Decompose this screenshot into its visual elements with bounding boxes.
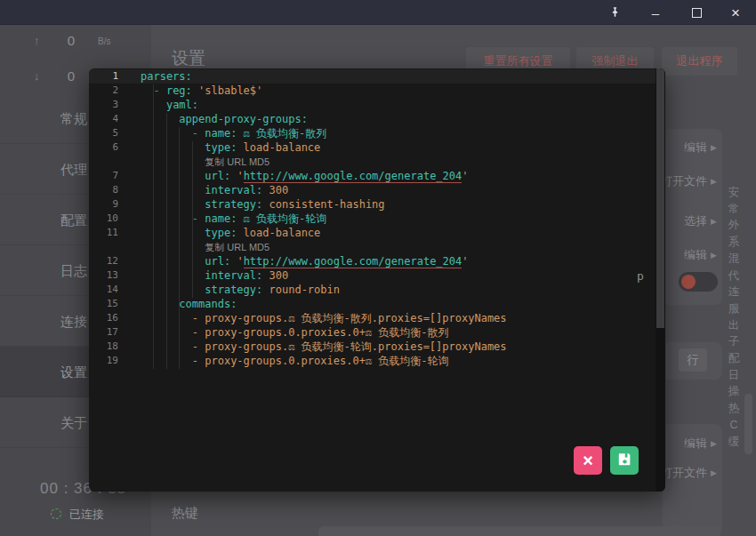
line-content: url: 'http://www.google.com/generate_204… [141,169,469,183]
connection-status: 已连接 [0,506,151,524]
chevron-right-icon: ▶ [711,439,717,448]
edit-action[interactable]: 编辑▶ [684,436,717,450]
line-number: 6 [89,140,118,155]
line-content: commands: [141,297,237,311]
open-file-action[interactable]: 打开文件▶ [661,465,717,479]
line-number: 12 [89,254,118,268]
code-editor[interactable]: 1parsers:2 - reg: 'slbable$'3 yaml:4 app… [89,69,665,368]
titlebar: – × [0,0,756,25]
line-number: 7 [89,169,118,183]
download-speed-value: 0 [53,68,75,84]
line-content: - proxy-groups.0.proxies.0+⚖ 负载均衡-散列 [141,325,449,340]
stray-char: p [637,269,644,283]
line-content: - reg: 'slbable$' [141,84,262,98]
code-line[interactable]: 6 type: load-balance [89,140,665,155]
settings-card: 行 [663,342,722,380]
line-number: 2 [89,84,118,98]
line-number: 15 [89,297,118,311]
clipped-description-column: 安常 外系 混代 连服 出子 配日 操热 C缓 [723,184,744,450]
line-content: - proxy-groups.0.proxies.0+⚖ 负载均衡-轮询 [141,354,449,368]
line-content: 复制 URL MD5 [141,155,269,169]
upload-speed: ↑ 0 B/s [0,33,151,49]
line-content: url: 'http://www.google.com/generate_204… [141,254,469,268]
run-button[interactable]: 行 [679,348,707,372]
close-window-button[interactable]: × [726,4,745,21]
line-number: 1 [89,69,118,84]
code-line[interactable]: 9 strategy: consistent-hashing [89,197,665,212]
line-content: parsers: [141,69,192,84]
chevron-right-icon: ▶ [711,468,717,477]
pin-icon[interactable] [605,4,624,21]
save-button[interactable] [610,446,639,475]
chevron-right-icon: ▶ [711,251,717,260]
line-content: strategy: round-robin [141,283,340,297]
page-scrollbar-thumb[interactable] [744,394,752,454]
cancel-button[interactable]: × [574,446,602,475]
toggle-knob [681,275,696,289]
line-content: - proxy-groups.⚖ 负载均衡-轮询.proxies=[]proxy… [141,340,507,354]
exit-program-button[interactable]: 退出程序 [662,47,737,76]
code-line[interactable]: 15 commands: [89,297,665,311]
chevron-right-icon: ▶ [711,177,717,186]
code-line[interactable]: 8 interval: 300 [89,183,665,197]
code-line[interactable]: 14 strategy: round-robin [89,283,665,297]
line-number: 10 [89,212,118,226]
code-line[interactable]: 18 - proxy-groups.⚖ 负载均衡-轮询.proxies=[]pr… [89,340,665,354]
settings-card: 编辑▶ 打开文件▶ [663,424,722,536]
code-widget-row[interactable]: 复制 URL MD5 [89,240,665,254]
code-line[interactable]: 4 append-proxy-groups: [89,112,665,126]
edit-action[interactable]: 编辑▶ [684,247,717,261]
hotkey-panel [318,526,720,536]
upload-speed-value: 0 [53,33,75,48]
code-line[interactable]: 2 - reg: 'slbable$' [89,84,665,98]
code-line[interactable]: 1parsers: [89,69,655,84]
code-line[interactable]: 10 - name: ⚖ 负载均衡-轮询 [89,212,665,226]
chevron-right-icon: ▶ [711,143,717,152]
status-label: 已连接 [69,507,104,523]
line-number: 5 [89,126,118,140]
close-icon: × [583,451,593,471]
editor-scrollbar[interactable] [655,68,665,492]
down-arrow-icon: ↓ [34,69,40,83]
code-line[interactable]: 16 - proxy-groups.⚖ 负载均衡-散列.proxies=[]pr… [89,311,665,325]
line-number: 9 [89,197,118,212]
line-number: 19 [89,354,118,368]
hotkey-section-title: 热键 [172,505,198,522]
select-action[interactable]: 选择▶ [684,213,717,228]
line-content: strategy: consistent-hashing [141,197,385,212]
line-content: interval: 300 [141,183,288,197]
floppy-disk-icon [617,452,632,470]
edit-action[interactable]: 编辑▶ [684,140,717,154]
page-title: 设置 [172,47,205,70]
code-line[interactable]: 12 url: 'http://www.google.com/generate_… [89,254,665,268]
line-number: 16 [89,311,118,325]
line-content: yaml: [141,98,198,112]
line-number: 8 [89,183,118,197]
editor-scrollbar-thumb[interactable] [656,68,664,328]
code-line[interactable]: 3 yaml: [89,98,665,112]
code-line[interactable]: 17 - proxy-groups.0.proxies.0+⚖ 负载均衡-散列 [89,325,665,340]
code-line[interactable]: 19 - proxy-groups.0.proxies.0+⚖ 负载均衡-轮询 [89,354,665,368]
line-content: - proxy-groups.⚖ 负载均衡-散列.proxies=[]proxy… [141,311,507,325]
maximize-icon [692,8,702,18]
maximize-button[interactable] [687,4,706,21]
chevron-right-icon: ▶ [711,217,717,226]
line-content: - name: ⚖ 负载均衡-轮询 [141,212,326,226]
line-number: 14 [89,283,118,297]
open-file-action[interactable]: 打开文件▶ [661,173,717,188]
parser-editor-modal: 1parsers:2 - reg: 'slbable$'3 yaml:4 app… [89,68,665,492]
code-line[interactable]: 7 url: 'http://www.google.com/generate_2… [89,169,665,183]
code-line[interactable]: 13 interval: 300 [89,268,665,283]
line-content: type: load-balance [141,140,320,155]
status-dot-icon [51,508,61,519]
mixin-toggle[interactable] [679,272,718,292]
code-line[interactable]: 11 type: load-balance [89,226,665,240]
code-line[interactable]: 5 - name: ⚖ 负载均衡-散列 [89,126,665,140]
minimize-button[interactable]: – [646,4,665,21]
line-number: 13 [89,268,118,283]
line-content: append-proxy-groups: [141,112,308,126]
line-number: 18 [89,340,118,354]
line-content: 复制 URL MD5 [141,240,269,254]
code-widget-row[interactable]: 复制 URL MD5 [89,155,665,169]
line-number: 4 [89,112,118,126]
